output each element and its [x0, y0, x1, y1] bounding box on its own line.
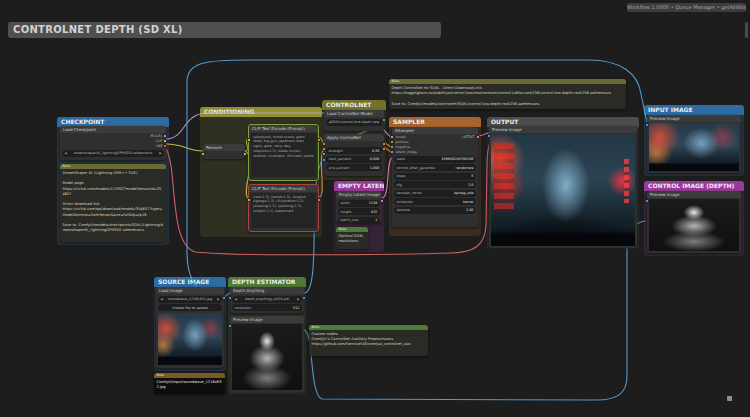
node-output-preview[interactable]: Preview Image	[489, 126, 637, 248]
node-load-checkpoint[interactable]: Load Checkpoint MODEL CLIP VAE ◀ dreamsh…	[60, 126, 166, 160]
ckpt-name-value: dreamshaperXL_lightningDPMSDE.safetensor…	[67, 151, 159, 155]
widget-label: steps	[397, 174, 406, 178]
depth-ckpt-widget[interactable]: ◀ depth_anything_vitl14.pth ▶	[232, 296, 302, 303]
note-text: ComfyUI/input/soundwave_1216x832.jpg	[154, 378, 225, 392]
node-title: CLIP Text Encode (Prompt)	[249, 125, 318, 132]
source-path-note[interactable]: Note ComfyUI/input/soundwave_1216x832.jp…	[154, 373, 225, 394]
negative-input-socket[interactable]	[322, 147, 326, 151]
controlnet-output-socket[interactable]	[382, 118, 386, 122]
seed-widget[interactable]: seed 156680208700286	[394, 156, 476, 163]
node-title: Load Checkpoint	[60, 126, 166, 133]
node-load-image[interactable]: Load Image ◀ soundwave_1216x832.jpg ▶ ch…	[156, 287, 224, 368]
image-input-socket[interactable]	[322, 158, 326, 162]
sampler-name-widget[interactable]: sampler_name dpmpp_sde	[394, 190, 476, 197]
conditioning-output-socket[interactable]	[317, 198, 321, 202]
denoise-widget[interactable]: denoise 1.00	[394, 207, 476, 214]
image-output-socket[interactable]	[222, 296, 226, 300]
node-title: KSampler	[392, 127, 478, 134]
controlnet-name-widget[interactable]: ◀ SDXL/control-lora-depth-rank256.safete…	[326, 119, 382, 126]
height-widget[interactable]: height 832	[338, 208, 380, 215]
node-title: Preview Image	[647, 191, 741, 198]
next-arrow-icon[interactable]: ▶	[159, 152, 161, 155]
cfg-widget[interactable]: cfg 2.0	[394, 181, 476, 188]
image-input-socket[interactable]	[228, 296, 232, 300]
image-name-widget[interactable]: ◀ soundwave_1216x832.jpg ▶	[158, 296, 222, 303]
node-depth-anything[interactable]: Depth Anything ◀ depth_anything_vitl14.p…	[230, 287, 304, 313]
checkpoint-note[interactable]: Note DreamShaper XL (Lightning DPM++ SDE…	[60, 164, 166, 242]
start-percent-widget[interactable]: start_percent 0.000	[326, 156, 382, 163]
node-apply-controlnet[interactable]: Apply ControlNet strength 0.50 start_per…	[324, 134, 384, 176]
node-positive-prompt[interactable]: CLIP Text Encode (Prompt) cyberpunk, str…	[248, 124, 319, 181]
next-arrow-icon[interactable]: ▶	[217, 298, 219, 301]
positive-input-socket[interactable]	[322, 142, 326, 146]
reroute-input-socket[interactable]	[201, 152, 205, 156]
widget-value: 2.0	[468, 183, 473, 187]
vae-output-socket[interactable]	[163, 144, 167, 148]
model-output-socket[interactable]	[163, 134, 167, 138]
controlnet-note[interactable]: Note Depth ControlNet for SDXL - Direct …	[389, 79, 626, 109]
node-clip-reroute[interactable]: Reroute	[203, 144, 245, 159]
node-depth-preview[interactable]: Preview Image	[230, 316, 304, 393]
node-title: Apply ControlNet	[324, 134, 384, 141]
positive-output-socket[interactable]	[382, 142, 386, 146]
batch-size-widget[interactable]: batch_size 1	[338, 217, 380, 224]
scheduler-widget[interactable]: scheduler karras	[394, 198, 476, 205]
negative-input-socket[interactable]	[390, 145, 394, 149]
control-after-generate-widget[interactable]: control_after_generate randomize	[394, 164, 476, 171]
wire-clip	[166, 144, 203, 151]
group-title: DEPTH ESTIMATOR	[228, 277, 306, 287]
positive-input-socket[interactable]	[390, 140, 394, 144]
neon-sign-right	[624, 159, 630, 204]
custom-nodes-note[interactable]: Note Custom nodes: ComfyUI's ControlNet …	[309, 325, 428, 356]
steps-widget[interactable]: steps 5	[394, 173, 476, 180]
node-ksampler[interactable]: KSampler modelLATENT positive negative l…	[392, 127, 478, 227]
node-editor-canvas[interactable]: Workflow 1.0000 • Queue Manager • getAll…	[0, 0, 750, 417]
node-load-controlnet[interactable]: Load ControlNet Model ◀ SDXL/control-lor…	[324, 110, 384, 131]
image-output-socket[interactable]	[302, 296, 306, 300]
widget-value: 1.000	[370, 166, 380, 170]
conditioning-output-socket[interactable]	[317, 138, 321, 142]
image-input-socket[interactable]	[487, 134, 491, 138]
widget-value: 832	[371, 210, 377, 214]
resolution-widget[interactable]: resolution 512	[232, 304, 302, 311]
upload-button-label: choose file to upload	[172, 306, 207, 310]
node-negative-prompt[interactable]: CLIP Text Encode (Prompt) (text:1.3), (w…	[248, 184, 319, 232]
negative-output-socket[interactable]	[382, 147, 386, 151]
node-input-preview[interactable]: Preview Image	[647, 115, 741, 173]
widget-label: height	[341, 210, 352, 214]
model-input-socket[interactable]	[390, 135, 394, 139]
next-arrow-icon[interactable]: ▶	[377, 121, 379, 124]
negative-prompt-textarea[interactable]: (text:1.3), (words:1.3), (english signag…	[251, 193, 316, 228]
widget-value: 1	[375, 218, 377, 222]
width-widget[interactable]: width 1216	[338, 200, 380, 207]
upload-image-button[interactable]: choose file to upload	[158, 304, 222, 311]
node-empty-latent[interactable]: Empty Latent Image width 1216 height 832…	[336, 191, 382, 223]
latent-output-socket[interactable]	[476, 135, 480, 139]
positive-prompt-textarea[interactable]: cyberpunk, street scene, giant robot, bi…	[251, 133, 316, 177]
output-vae-row: VAE	[60, 143, 166, 148]
node-title: CLIP Text Encode (Prompt)	[249, 185, 318, 192]
next-arrow-icon[interactable]: ▶	[297, 298, 299, 301]
latent-note[interactable]: Note Optimal SDXL resolutions	[336, 227, 368, 249]
widget-label: width	[341, 201, 350, 205]
strength-widget[interactable]: strength 0.50	[326, 147, 382, 154]
widget-label: strength	[329, 149, 343, 153]
end-percent-widget[interactable]: end_percent 1.000	[326, 164, 382, 171]
clip-input-socket[interactable]	[247, 198, 251, 202]
node-title: Depth Anything	[230, 287, 304, 294]
group-title: SOURCE IMAGE	[154, 277, 226, 287]
controlnet-input-socket[interactable]	[322, 152, 326, 156]
reroute-output-socket[interactable]	[243, 152, 247, 156]
latent-output-socket[interactable]	[380, 199, 384, 203]
node-control-preview[interactable]: Preview Image	[647, 191, 741, 253]
vertical-scrollbar[interactable]	[745, 22, 748, 38]
clip-output-socket[interactable]	[163, 139, 167, 143]
image-input-socket[interactable]	[645, 199, 649, 203]
image-input-socket[interactable]	[228, 324, 232, 328]
clip-input-socket[interactable]	[247, 138, 251, 142]
image-input-socket[interactable]	[645, 123, 649, 127]
latent-input-socket[interactable]	[390, 150, 394, 154]
minimap-toggle[interactable]	[727, 396, 732, 401]
ckpt-name-widget[interactable]: ◀ dreamshaperXL_lightningDPMSDE.safetens…	[62, 150, 164, 157]
widget-value: dpmpp_sde	[454, 191, 474, 195]
